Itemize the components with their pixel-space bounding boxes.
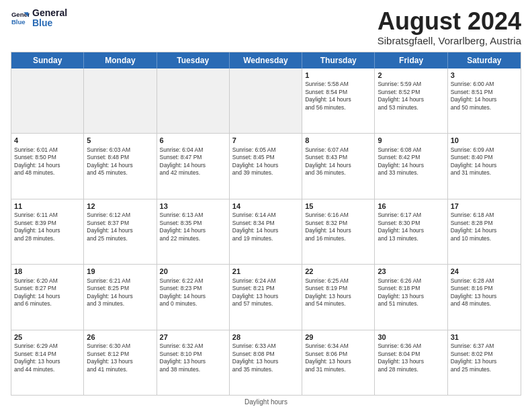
day-number: 16: [378, 201, 444, 212]
day-number: 28: [232, 332, 299, 342]
day-number: 20: [160, 267, 226, 277]
day-info: Sunrise: 6:01 AM Sunset: 8:50 PM Dayligh…: [14, 146, 81, 177]
calendar-day-20: 20Sunrise: 6:22 AM Sunset: 8:23 PM Dayli…: [157, 265, 230, 329]
calendar-day-18: 18Sunrise: 6:20 AM Sunset: 8:27 PM Dayli…: [11, 265, 84, 329]
logo-icon: General Blue: [11, 9, 30, 28]
calendar-day-8: 8Sunrise: 6:07 AM Sunset: 8:43 PM Daylig…: [302, 134, 375, 198]
day-info: Sunrise: 6:29 AM Sunset: 8:14 PM Dayligh…: [14, 342, 81, 373]
calendar-day-5: 5Sunrise: 6:03 AM Sunset: 8:48 PM Daylig…: [84, 134, 157, 198]
day-number: 15: [305, 201, 371, 212]
calendar-day-27: 27Sunrise: 6:32 AM Sunset: 8:10 PM Dayli…: [157, 330, 230, 395]
day-number: 3: [451, 71, 518, 81]
calendar-week-2: 4Sunrise: 6:01 AM Sunset: 8:50 PM Daylig…: [11, 134, 521, 199]
logo-general: General: [32, 8, 67, 18]
day-number: 14: [232, 201, 299, 212]
calendar-day-6: 6Sunrise: 6:04 AM Sunset: 8:47 PM Daylig…: [157, 134, 230, 198]
calendar-day-17: 17Sunrise: 6:18 AM Sunset: 8:28 PM Dayli…: [448, 199, 521, 264]
day-number: 7: [232, 136, 299, 146]
day-number: 6: [160, 136, 226, 146]
calendar-day-4: 4Sunrise: 6:01 AM Sunset: 8:50 PM Daylig…: [11, 134, 84, 198]
day-info: Sunrise: 6:05 AM Sunset: 8:45 PM Dayligh…: [232, 146, 299, 177]
day-info: Sunrise: 6:37 AM Sunset: 8:02 PM Dayligh…: [451, 342, 518, 373]
day-info: Sunrise: 6:18 AM Sunset: 8:28 PM Dayligh…: [451, 212, 518, 242]
day-info: Sunrise: 6:04 AM Sunset: 8:47 PM Dayligh…: [160, 146, 226, 177]
calendar-day-2: 2Sunrise: 5:59 AM Sunset: 8:52 PM Daylig…: [375, 68, 447, 133]
calendar-empty-cell: [157, 68, 230, 133]
day-number: 25: [14, 332, 81, 342]
day-info: Sunrise: 6:22 AM Sunset: 8:23 PM Dayligh…: [160, 277, 226, 308]
day-number: 4: [14, 136, 81, 146]
calendar-day-30: 30Sunrise: 6:36 AM Sunset: 8:04 PM Dayli…: [375, 330, 447, 395]
calendar-day-26: 26Sunrise: 6:30 AM Sunset: 8:12 PM Dayli…: [84, 330, 157, 395]
calendar: SundayMondayTuesdayWednesdayThursdayFrid…: [11, 52, 521, 396]
header-day-saturday: Saturday: [448, 52, 521, 68]
day-info: Sunrise: 5:59 AM Sunset: 8:52 PM Dayligh…: [378, 81, 444, 111]
logo-blue: Blue: [32, 18, 67, 28]
calendar-day-14: 14Sunrise: 6:14 AM Sunset: 8:34 PM Dayli…: [230, 199, 302, 264]
calendar-day-28: 28Sunrise: 6:33 AM Sunset: 8:08 PM Dayli…: [230, 330, 302, 395]
day-info: Sunrise: 6:25 AM Sunset: 8:19 PM Dayligh…: [305, 277, 371, 308]
calendar-day-24: 24Sunrise: 6:28 AM Sunset: 8:16 PM Dayli…: [448, 265, 521, 329]
day-number: 5: [87, 136, 153, 146]
day-info: Sunrise: 6:09 AM Sunset: 8:40 PM Dayligh…: [451, 146, 518, 177]
day-number: 11: [14, 201, 81, 212]
calendar-day-12: 12Sunrise: 6:12 AM Sunset: 8:37 PM Dayli…: [84, 199, 157, 264]
day-number: 24: [451, 267, 518, 277]
day-info: Sunrise: 6:00 AM Sunset: 8:51 PM Dayligh…: [451, 81, 518, 111]
header-day-sunday: Sunday: [11, 52, 84, 68]
day-number: 9: [378, 136, 444, 146]
day-number: 19: [87, 267, 153, 277]
day-number: 12: [87, 201, 153, 212]
day-info: Sunrise: 6:32 AM Sunset: 8:10 PM Dayligh…: [160, 342, 226, 373]
day-info: Sunrise: 6:28 AM Sunset: 8:16 PM Dayligh…: [451, 277, 518, 308]
month-title: August 2024: [378, 8, 521, 35]
location-subtitle: Sibratsgfaell, Vorarlberg, Austria: [378, 35, 521, 46]
calendar-day-22: 22Sunrise: 6:25 AM Sunset: 8:19 PM Dayli…: [302, 265, 375, 329]
header-day-monday: Monday: [84, 52, 157, 68]
header-day-tuesday: Tuesday: [157, 52, 230, 68]
calendar-body: 1Sunrise: 5:58 AM Sunset: 8:54 PM Daylig…: [11, 68, 521, 395]
calendar-day-19: 19Sunrise: 6:21 AM Sunset: 8:25 PM Dayli…: [84, 265, 157, 329]
calendar-day-23: 23Sunrise: 6:26 AM Sunset: 8:18 PM Dayli…: [375, 265, 447, 329]
day-number: 8: [305, 136, 371, 146]
day-info: Sunrise: 6:20 AM Sunset: 8:27 PM Dayligh…: [14, 277, 81, 308]
day-info: Sunrise: 6:07 AM Sunset: 8:43 PM Dayligh…: [305, 146, 371, 177]
calendar-day-29: 29Sunrise: 6:34 AM Sunset: 8:06 PM Dayli…: [302, 330, 375, 395]
svg-text:Blue: Blue: [11, 18, 26, 26]
day-info: Sunrise: 6:12 AM Sunset: 8:37 PM Dayligh…: [87, 212, 153, 242]
header-day-thursday: Thursday: [302, 52, 375, 68]
day-info: Sunrise: 6:34 AM Sunset: 8:06 PM Dayligh…: [305, 342, 371, 373]
calendar-empty-cell: [84, 68, 157, 133]
day-number: 17: [451, 201, 518, 212]
day-number: 30: [378, 332, 444, 342]
day-info: Sunrise: 6:17 AM Sunset: 8:30 PM Dayligh…: [378, 212, 444, 242]
day-info: Sunrise: 6:36 AM Sunset: 8:04 PM Dayligh…: [378, 342, 444, 373]
calendar-week-5: 25Sunrise: 6:29 AM Sunset: 8:14 PM Dayli…: [11, 330, 521, 395]
calendar-day-15: 15Sunrise: 6:16 AM Sunset: 8:32 PM Dayli…: [302, 199, 375, 264]
title-area: August 2024 Sibratsgfaell, Vorarlberg, A…: [378, 8, 521, 46]
day-number: 13: [160, 201, 226, 212]
calendar-header: SundayMondayTuesdayWednesdayThursdayFrid…: [11, 52, 521, 68]
calendar-day-21: 21Sunrise: 6:24 AM Sunset: 8:21 PM Dayli…: [230, 265, 302, 329]
calendar-day-11: 11Sunrise: 6:11 AM Sunset: 8:39 PM Dayli…: [11, 199, 84, 264]
calendar-day-31: 31Sunrise: 6:37 AM Sunset: 8:02 PM Dayli…: [448, 330, 521, 395]
day-number: 23: [378, 267, 444, 277]
header-day-wednesday: Wednesday: [230, 52, 302, 68]
calendar-day-25: 25Sunrise: 6:29 AM Sunset: 8:14 PM Dayli…: [11, 330, 84, 395]
day-number: 21: [232, 267, 299, 277]
day-info: Sunrise: 6:14 AM Sunset: 8:34 PM Dayligh…: [232, 212, 299, 242]
day-info: Sunrise: 5:58 AM Sunset: 8:54 PM Dayligh…: [305, 81, 371, 111]
calendar-day-13: 13Sunrise: 6:13 AM Sunset: 8:35 PM Dayli…: [157, 199, 230, 264]
day-info: Sunrise: 6:13 AM Sunset: 8:35 PM Dayligh…: [160, 212, 226, 242]
footer-note: Daylight hours: [11, 398, 521, 406]
day-number: 10: [451, 136, 518, 146]
calendar-day-1: 1Sunrise: 5:58 AM Sunset: 8:54 PM Daylig…: [302, 68, 375, 133]
top-area: General Blue General Blue August 2024 Si…: [11, 8, 521, 46]
day-info: Sunrise: 6:08 AM Sunset: 8:42 PM Dayligh…: [378, 146, 444, 177]
day-number: 2: [378, 71, 444, 81]
calendar-day-9: 9Sunrise: 6:08 AM Sunset: 8:42 PM Daylig…: [375, 134, 447, 198]
day-info: Sunrise: 6:30 AM Sunset: 8:12 PM Dayligh…: [87, 342, 153, 373]
day-number: 29: [305, 332, 371, 342]
day-info: Sunrise: 6:03 AM Sunset: 8:48 PM Dayligh…: [87, 146, 153, 177]
calendar-week-4: 18Sunrise: 6:20 AM Sunset: 8:27 PM Dayli…: [11, 265, 521, 330]
